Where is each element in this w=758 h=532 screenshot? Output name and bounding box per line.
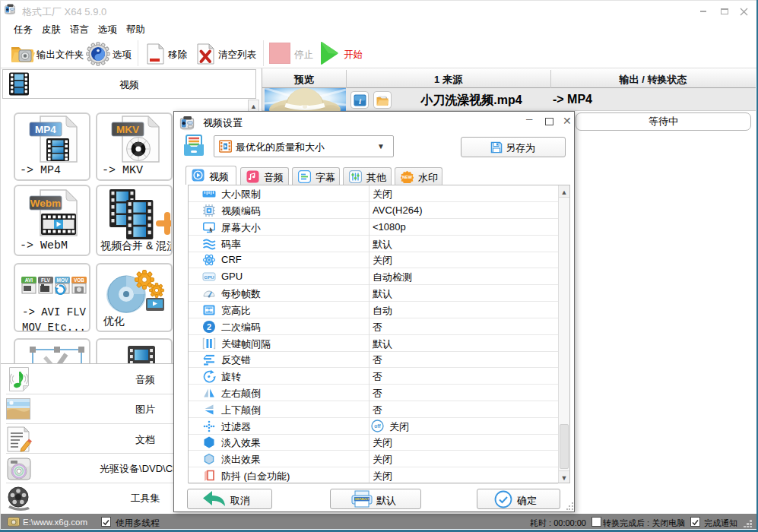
- svg-text:DEFAULT: DEFAULT: [355, 497, 369, 501]
- svg-text:VOB: VOB: [74, 277, 84, 283]
- svg-text:GPU: GPU: [204, 275, 214, 280]
- svg-text:FLV: FLV: [41, 277, 50, 283]
- svg-text:2: 2: [207, 322, 211, 331]
- svg-text:AVI: AVI: [25, 277, 33, 283]
- svg-text:MP4: MP4: [35, 124, 56, 135]
- svg-text:off: off: [374, 423, 381, 429]
- svg-text:NEW: NEW: [402, 175, 413, 179]
- svg-text:MKV: MKV: [116, 124, 139, 135]
- svg-text:MOV: MOV: [57, 277, 68, 283]
- svg-text:Webm: Webm: [30, 198, 61, 209]
